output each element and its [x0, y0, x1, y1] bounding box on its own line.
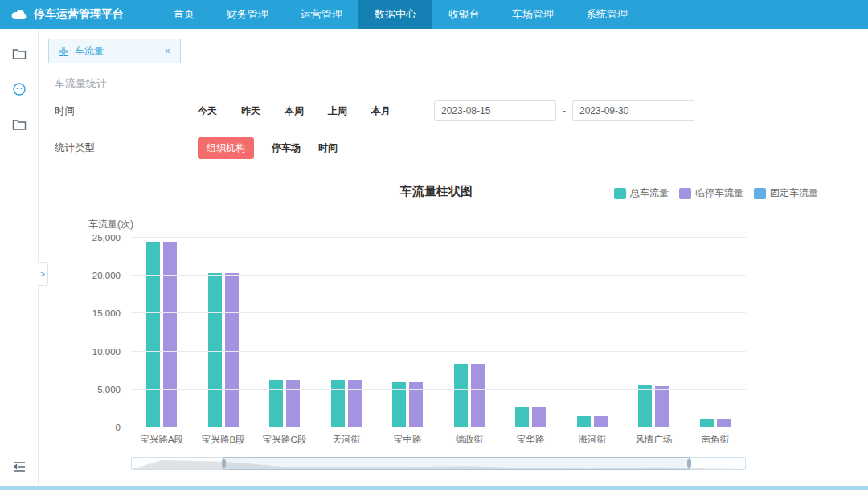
gridline — [131, 427, 746, 427]
bar-临停车流量[interactable] — [286, 380, 300, 427]
legend-swatch — [754, 188, 766, 199]
bar-总车流量[interactable] — [331, 380, 345, 427]
time-filter-row: 时间 今天昨天本周上周本月 - — [55, 92, 852, 129]
type-option-1[interactable]: 停车场 — [272, 141, 301, 155]
bar-总车流量[interactable] — [577, 416, 591, 427]
nav-item-5[interactable]: 车场管理 — [496, 0, 570, 29]
tab-traffic-volume[interactable]: 车流量 × — [48, 39, 181, 63]
bar-group-3 — [316, 238, 378, 427]
bar-临停车流量[interactable] — [471, 364, 485, 427]
gridline — [131, 237, 746, 238]
bar-group-7 — [562, 238, 624, 427]
chevron-right-icon: > — [40, 270, 45, 279]
gridline — [131, 389, 746, 390]
type-option-0[interactable]: 组织机构 — [198, 137, 254, 159]
legend-item-1[interactable]: 临停车流量 — [679, 186, 743, 200]
quick-range-3[interactable]: 上周 — [328, 104, 347, 118]
horizontal-scrollbar[interactable] — [0, 486, 868, 490]
bar-总车流量[interactable] — [146, 242, 160, 427]
datazoom-slider[interactable] — [131, 457, 746, 470]
x-axis-label: 德政街 — [439, 434, 501, 446]
type-filter-label: 统计类型 — [55, 141, 198, 155]
nav-item-4[interactable]: 收银台 — [432, 0, 496, 29]
plot-area: 05,00010,00015,00020,00025,000 — [131, 238, 746, 427]
left-sidebar: > — [0, 29, 39, 485]
quick-range-links: 今天昨天本周上周本月 — [198, 104, 391, 118]
date-to-field — [572, 100, 694, 121]
date-to-input[interactable] — [573, 101, 694, 120]
y-tick-label: 10,000 — [92, 347, 121, 357]
bar-总车流量[interactable] — [515, 407, 529, 427]
datazoom-handle-left[interactable] — [222, 459, 226, 468]
bar-临停车流量[interactable] — [532, 407, 546, 427]
tab-label: 车流量 — [75, 44, 104, 58]
legend-label: 固定车流量 — [770, 186, 818, 200]
chart-grid-icon — [59, 47, 68, 56]
datazoom-window[interactable] — [223, 457, 690, 470]
legend-label: 总车流量 — [630, 186, 669, 200]
cloud-icon — [11, 9, 27, 20]
page-content: 车流量统计 时间 今天昨天本周上周本月 - — [39, 63, 868, 485]
type-option-2[interactable]: 时间 — [318, 141, 338, 155]
y-tick-label: 20,000 — [92, 271, 121, 280]
nav-item-3[interactable]: 数据中心 — [358, 0, 432, 29]
app-title: 停车运营管理平台 — [34, 7, 124, 22]
bar-总车流量[interactable] — [638, 385, 652, 427]
legend-item-0[interactable]: 总车流量 — [614, 186, 669, 200]
datazoom-handle-right[interactable] — [687, 459, 691, 468]
bar-总车流量[interactable] — [454, 364, 468, 427]
tab-bar: 车流量 × — [39, 29, 868, 63]
bar-临停车流量[interactable] — [348, 380, 362, 427]
bar-group-0 — [131, 238, 193, 427]
nav-item-1[interactable]: 财务管理 — [211, 0, 285, 29]
bar-临停车流量[interactable] — [163, 242, 177, 427]
legend-item-2[interactable]: 固定车流量 — [754, 186, 818, 200]
nav-item-6[interactable]: 系统管理 — [570, 0, 644, 29]
legend-label: 临停车流量 — [695, 186, 743, 200]
bar-临停车流量[interactable] — [655, 386, 669, 427]
bar-group-5 — [439, 238, 501, 427]
menu-indent-icon[interactable] — [12, 459, 27, 474]
tab-close-icon[interactable]: × — [164, 46, 170, 56]
date-from-field — [434, 100, 556, 121]
traffic-bar-chart: 车流量柱状图 总车流量临停车流量固定车流量 车流量(次) 05,00010,00… — [55, 184, 818, 470]
bar-group-2 — [254, 238, 316, 427]
app-brand: 停车运营管理平台 — [0, 7, 137, 22]
bar-临停车流量[interactable] — [594, 416, 608, 427]
date-from-input[interactable] — [435, 101, 556, 120]
bar-groups — [131, 238, 746, 427]
x-axis-label: 宝兴路B段 — [193, 434, 255, 446]
bar-group-1 — [193, 238, 255, 427]
circle-menu-icon[interactable] — [12, 82, 27, 96]
quick-range-4[interactable]: 本月 — [371, 104, 391, 118]
date-separator: - — [563, 105, 566, 116]
y-tick-label: 0 — [116, 423, 121, 432]
legend-swatch — [614, 188, 626, 199]
y-tick-label: 25,000 — [92, 233, 121, 243]
main-nav: 首页财务管理运营管理数据中心收银台车场管理系统管理 — [158, 0, 644, 29]
nav-item-2[interactable]: 运营管理 — [285, 0, 358, 29]
quick-range-0[interactable]: 今天 — [198, 104, 217, 118]
quick-range-1[interactable]: 昨天 — [241, 104, 260, 118]
sidebar-collapse-handle[interactable]: > — [38, 262, 48, 286]
folder-icon[interactable] — [12, 47, 27, 61]
x-axis-label: 风情广场 — [623, 434, 685, 446]
gridline — [131, 275, 746, 276]
page-title: 车流量统计 — [55, 76, 852, 91]
quick-range-2[interactable]: 本周 — [285, 104, 304, 118]
x-axis-label: 海河街 — [562, 434, 624, 446]
y-axis-ticks: 05,00010,00015,00020,00025,000 — [55, 238, 125, 427]
bar-group-8 — [623, 238, 685, 427]
bar-group-6 — [500, 238, 562, 427]
bar-group-4 — [377, 238, 439, 427]
chart-legend: 总车流量临停车流量固定车流量 — [614, 186, 818, 200]
bar-总车流量[interactable] — [269, 380, 283, 427]
y-tick-label: 5,000 — [97, 385, 121, 394]
gridline — [131, 312, 746, 313]
bar-group-9 — [685, 238, 747, 427]
gridline — [131, 351, 746, 352]
x-axis-label: 宝兴路C段 — [254, 434, 316, 446]
x-axis-labels: 宝兴路A段宝兴路B段宝兴路C段天河街宝中路德政街宝华路海河街风情广场南角街 — [131, 434, 746, 446]
folder-icon-2[interactable] — [12, 117, 27, 132]
nav-item-0[interactable]: 首页 — [158, 0, 211, 29]
